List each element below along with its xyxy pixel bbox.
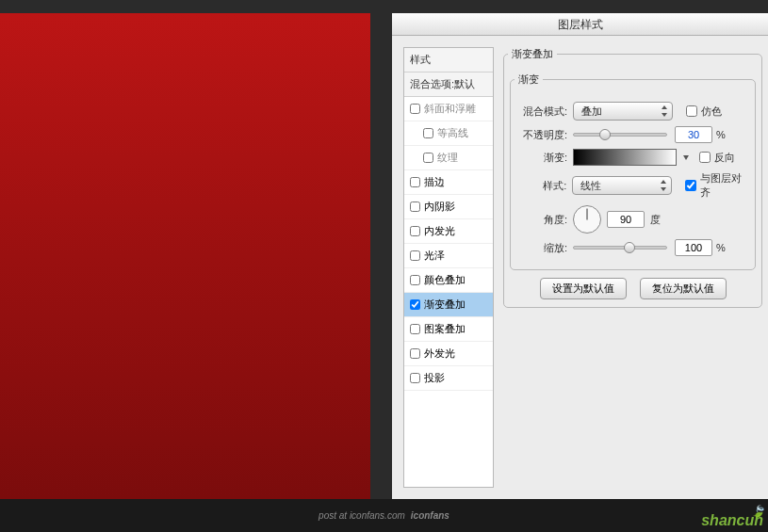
style-checkbox[interactable] xyxy=(410,324,420,334)
dialog-title: 图层样式 xyxy=(392,13,768,36)
opacity-label: 不透明度: xyxy=(515,128,567,142)
footer-text: post at iconfans.com xyxy=(319,510,405,521)
style-item-5[interactable]: 内发光 xyxy=(404,219,493,244)
style-item-0[interactable]: 斜面和浮雕 xyxy=(404,97,493,121)
style-item-1[interactable]: 等高线 xyxy=(404,121,493,146)
scale-label: 缩放: xyxy=(515,241,567,255)
style-checkbox[interactable] xyxy=(423,153,433,163)
style-checkbox[interactable] xyxy=(410,177,420,187)
style-item-10[interactable]: 外发光 xyxy=(404,342,493,366)
style-checkbox[interactable] xyxy=(410,275,420,285)
dither-input[interactable] xyxy=(686,105,697,117)
angle-dial[interactable] xyxy=(573,205,601,234)
angle-label: 角度: xyxy=(515,213,567,227)
make-default-button[interactable]: 设置为默认值 xyxy=(540,278,627,299)
angle-input[interactable] xyxy=(607,211,645,228)
style-item-3[interactable]: 描边 xyxy=(404,170,493,195)
style-checkbox[interactable] xyxy=(410,348,420,359)
opacity-slider[interactable] xyxy=(573,128,667,141)
reverse-checkbox[interactable]: 反向 xyxy=(699,151,735,165)
style-item-7[interactable]: 颜色叠加 xyxy=(404,268,493,293)
canvas-preview xyxy=(0,13,370,499)
layer-style-dialog: 图层样式 样式 混合选项:默认 斜面和浮雕等高线纹理描边内阴影内发光光泽颜色叠加… xyxy=(392,13,768,499)
opacity-input[interactable] xyxy=(675,126,712,143)
style-item-2[interactable]: 纹理 xyxy=(404,146,493,170)
style-select[interactable]: 线性 xyxy=(572,176,672,195)
gradient-overlay-group: 渐变叠加 渐变 混合模式: 叠加 仿色 不透明度: % xyxy=(503,47,762,308)
style-item-label: 渐变叠加 xyxy=(424,298,466,312)
style-item-label: 内发光 xyxy=(424,224,455,238)
style-item-8[interactable]: 渐变叠加 xyxy=(404,293,493,317)
scale-slider[interactable] xyxy=(573,241,667,254)
footer-brand: iconfans xyxy=(411,510,449,521)
inner-legend: 渐变 xyxy=(515,73,543,87)
footer: post at iconfans.com iconfans xyxy=(0,499,768,532)
style-item-label: 斜面和浮雕 xyxy=(424,102,476,116)
style-checkbox[interactable] xyxy=(410,250,420,261)
styles-header[interactable]: 样式 xyxy=(404,48,493,73)
style-item-4[interactable]: 内阴影 xyxy=(404,195,493,219)
blend-mode-label: 混合模式: xyxy=(515,105,567,119)
style-checkbox[interactable] xyxy=(410,202,420,212)
style-checkbox[interactable] xyxy=(410,373,420,383)
styles-list: 样式 混合选项:默认 斜面和浮雕等高线纹理描边内阴影内发光光泽颜色叠加渐变叠加图… xyxy=(403,47,494,488)
dither-checkbox[interactable]: 仿色 xyxy=(686,105,722,119)
style-item-9[interactable]: 图案叠加 xyxy=(404,317,493,342)
scale-input[interactable] xyxy=(675,239,712,256)
angle-unit: 度 xyxy=(650,213,661,227)
style-label: 样式: xyxy=(515,179,566,193)
reset-default-button[interactable]: 复位为默认值 xyxy=(640,278,727,299)
style-checkbox[interactable] xyxy=(410,104,420,114)
blend-mode-select[interactable]: 叠加 xyxy=(573,102,673,121)
style-item-label: 外发光 xyxy=(424,347,455,361)
style-item-label: 颜色叠加 xyxy=(424,273,466,287)
style-item-label: 描边 xyxy=(424,175,445,189)
style-item-11[interactable]: 投影 xyxy=(404,366,493,391)
opacity-unit: % xyxy=(716,129,726,140)
gradient-label: 渐变: xyxy=(515,151,567,165)
style-item-label: 内阴影 xyxy=(424,200,455,214)
style-item-label: 光泽 xyxy=(424,249,445,263)
style-item-label: 纹理 xyxy=(437,151,458,165)
style-item-6[interactable]: 光泽 xyxy=(404,244,493,268)
reverse-input[interactable] xyxy=(699,152,711,163)
group-legend: 渐变叠加 xyxy=(508,47,557,61)
style-item-label: 等高线 xyxy=(437,126,468,140)
style-checkbox[interactable] xyxy=(410,299,420,310)
style-item-label: 投影 xyxy=(424,371,445,385)
gradient-inner-group: 渐变 混合模式: 叠加 仿色 不透明度: % xyxy=(510,73,756,270)
watermark: shancun xyxy=(701,512,763,529)
style-item-label: 图案叠加 xyxy=(424,322,466,336)
gradient-swatch[interactable] xyxy=(573,149,677,166)
align-input[interactable] xyxy=(685,180,696,191)
style-checkbox[interactable] xyxy=(410,226,420,236)
blend-options-default[interactable]: 混合选项:默认 xyxy=(404,73,493,97)
scale-unit: % xyxy=(716,242,726,253)
align-checkbox[interactable]: 与图层对齐 xyxy=(685,171,751,200)
style-checkbox[interactable] xyxy=(423,128,433,138)
